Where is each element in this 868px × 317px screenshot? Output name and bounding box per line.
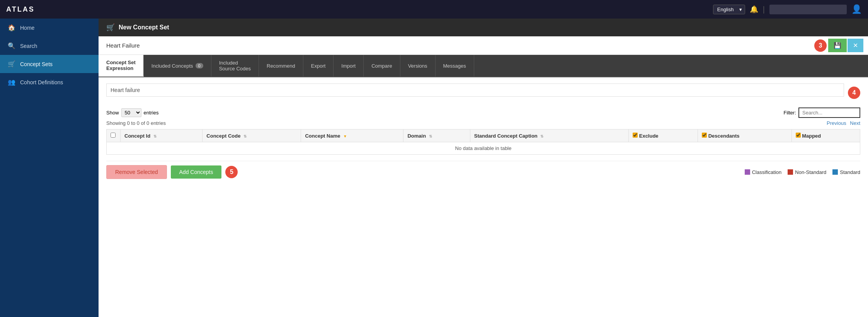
sidebar-item-search[interactable]: 🔍 Search bbox=[0, 37, 99, 55]
sidebar-item-label-search: Search bbox=[20, 43, 37, 49]
mapped-header-checkbox[interactable] bbox=[796, 133, 801, 138]
legend-non-standard: Non-Standard bbox=[788, 169, 826, 175]
tab-included-concepts[interactable]: Included Concepts 0 bbox=[144, 55, 211, 77]
entries-label: entries bbox=[144, 110, 159, 116]
domain-sort-icon[interactable]: ⇅ bbox=[429, 134, 432, 138]
sidebar-item-home[interactable]: 🏠 Home bbox=[0, 19, 99, 37]
col-concept-code: Concept Code ⇅ bbox=[203, 130, 301, 142]
legend-classification: Classification bbox=[745, 169, 782, 175]
pagination-row: Showing 0 to 0 of 0 entries Previous Nex… bbox=[106, 120, 860, 126]
select-all-checkbox[interactable] bbox=[111, 133, 116, 138]
next-link[interactable]: Next bbox=[850, 120, 860, 126]
tab-included-source-codes[interactable]: IncludedSource Codes bbox=[211, 55, 259, 77]
top-bar-left: ATLAS bbox=[6, 5, 35, 14]
classification-color bbox=[745, 169, 750, 175]
legend-classification-label: Classification bbox=[752, 169, 782, 175]
bottom-row: Remove Selected Add Concepts 5 Classific… bbox=[106, 161, 860, 179]
inner-content: 4 Show 50 25 10 100 entries Filter: bbox=[99, 77, 868, 317]
col-mapped: Mapped bbox=[791, 130, 860, 142]
showing-text: Showing 0 to 0 of 0 entries bbox=[106, 120, 166, 126]
name-row: 3 💾 ✕ bbox=[99, 36, 868, 55]
concept-code-sort-icon[interactable]: ⇅ bbox=[243, 134, 247, 138]
cohort-definitions-icon: 👥 bbox=[8, 78, 15, 86]
exclude-header-checkbox[interactable] bbox=[633, 133, 638, 138]
tab-included-source-codes-label: IncludedSource Codes bbox=[219, 60, 251, 72]
home-icon: 🏠 bbox=[8, 24, 15, 31]
concept-search-input[interactable] bbox=[106, 84, 844, 97]
language-selector-wrapper[interactable]: English bbox=[713, 5, 745, 14]
close-button[interactable]: ✕ bbox=[848, 39, 863, 52]
concept-sets-icon: 🛒 bbox=[8, 60, 15, 68]
content-title: New Concept Set bbox=[119, 24, 169, 31]
concept-name-sort-icon[interactable]: ▼ bbox=[343, 134, 347, 138]
col-descendants: Descendants bbox=[698, 130, 791, 142]
tab-import-label: Import bbox=[341, 63, 356, 69]
filter-label: Filter: bbox=[784, 110, 797, 116]
col-domain: Domain ⇅ bbox=[403, 130, 470, 142]
atlas-logo: ATLAS bbox=[6, 5, 35, 14]
user-icon[interactable]: 👤 bbox=[851, 4, 862, 14]
bell-icon[interactable]: 🔔 bbox=[750, 5, 758, 14]
tab-versions-label: Versions bbox=[408, 63, 427, 69]
tab-export-label: Export bbox=[311, 63, 326, 69]
save-button[interactable]: 💾 bbox=[828, 39, 847, 52]
main-layout: 🏠 Home 🔍 Search 🛒 Concept Sets 👥 Cohort … bbox=[0, 19, 868, 317]
entries-filter-row: Show 50 25 10 100 entries Filter: bbox=[106, 107, 860, 118]
callout-5: 5 bbox=[225, 166, 238, 178]
sidebar-item-label-home: Home bbox=[20, 25, 34, 31]
entries-select[interactable]: 50 25 10 100 bbox=[121, 108, 141, 117]
col-select bbox=[107, 130, 121, 142]
legend-standard: Standard bbox=[832, 169, 860, 175]
tab-versions[interactable]: Versions bbox=[400, 55, 436, 77]
col-concept-id: Concept Id ⇅ bbox=[121, 130, 203, 142]
col-exclude: Exclude bbox=[629, 130, 698, 142]
top-bar: ATLAS English 🔔 | 👤 bbox=[0, 0, 868, 19]
tab-import[interactable]: Import bbox=[334, 55, 364, 77]
cart-icon: 🛒 bbox=[106, 23, 115, 32]
concept-id-sort-icon[interactable]: ⇅ bbox=[153, 134, 157, 138]
standard-color bbox=[832, 169, 838, 175]
previous-link[interactable]: Previous bbox=[827, 120, 846, 126]
non-standard-color bbox=[788, 169, 793, 175]
included-concepts-badge: 0 bbox=[196, 63, 203, 68]
sidebar-item-concept-sets[interactable]: 🛒 Concept Sets bbox=[0, 55, 99, 73]
content-header: 🛒 New Concept Set bbox=[99, 19, 868, 36]
legend-standard-label: Standard bbox=[840, 169, 860, 175]
callout-4: 4 bbox=[848, 87, 860, 99]
col-concept-name: Concept Name ▼ bbox=[301, 130, 403, 142]
descendants-header-checkbox[interactable] bbox=[702, 133, 707, 138]
col-standard-concept-caption: Standard Concept Caption ⇅ bbox=[470, 130, 628, 142]
concept-set-name-input[interactable] bbox=[103, 40, 814, 51]
show-label: Show bbox=[106, 110, 119, 116]
divider: | bbox=[763, 5, 765, 14]
table-header-row: Concept Id ⇅ Concept Code ⇅ Concept Name… bbox=[107, 130, 860, 142]
search-nav-icon: 🔍 bbox=[8, 42, 15, 49]
top-bar-right: English 🔔 | 👤 bbox=[713, 4, 862, 14]
filter-row: Filter: bbox=[784, 107, 861, 118]
content-area: 🛒 New Concept Set 3 💾 ✕ Concept SetExpre… bbox=[99, 19, 868, 317]
no-data-row: No data available in table bbox=[107, 142, 860, 155]
tab-concept-set-expression-label: Concept SetExpression bbox=[106, 60, 136, 71]
prev-next: Previous Next bbox=[824, 120, 860, 126]
tab-messages-label: Messages bbox=[443, 63, 466, 69]
sidebar-item-label-concept-sets: Concept Sets bbox=[20, 61, 53, 67]
add-concepts-button[interactable]: Add Concepts bbox=[171, 165, 222, 179]
language-select[interactable]: English bbox=[713, 5, 745, 14]
tab-export[interactable]: Export bbox=[303, 55, 334, 77]
tab-compare[interactable]: Compare bbox=[364, 55, 400, 77]
sidebar-item-cohort-definitions[interactable]: 👥 Cohort Definitions bbox=[0, 73, 99, 91]
standard-concept-sort-icon[interactable]: ⇅ bbox=[540, 134, 543, 138]
search-concept-row: 4 bbox=[106, 84, 860, 102]
concept-table: Concept Id ⇅ Concept Code ⇅ Concept Name… bbox=[106, 129, 860, 155]
remove-selected-button[interactable]: Remove Selected bbox=[106, 165, 167, 179]
tab-concept-set-expression[interactable]: Concept SetExpression bbox=[99, 55, 144, 77]
legend-non-standard-label: Non-Standard bbox=[795, 169, 826, 175]
top-search-input[interactable] bbox=[769, 5, 847, 14]
tabs-bar: Concept SetExpression Included Concepts … bbox=[99, 55, 868, 77]
no-data-cell: No data available in table bbox=[107, 142, 860, 155]
tab-messages[interactable]: Messages bbox=[436, 55, 474, 77]
sidebar-item-label-cohort-definitions: Cohort Definitions bbox=[20, 79, 63, 85]
filter-input[interactable] bbox=[798, 107, 860, 118]
tab-recommend-label: Recommend bbox=[267, 63, 295, 69]
tab-recommend[interactable]: Recommend bbox=[259, 55, 303, 77]
